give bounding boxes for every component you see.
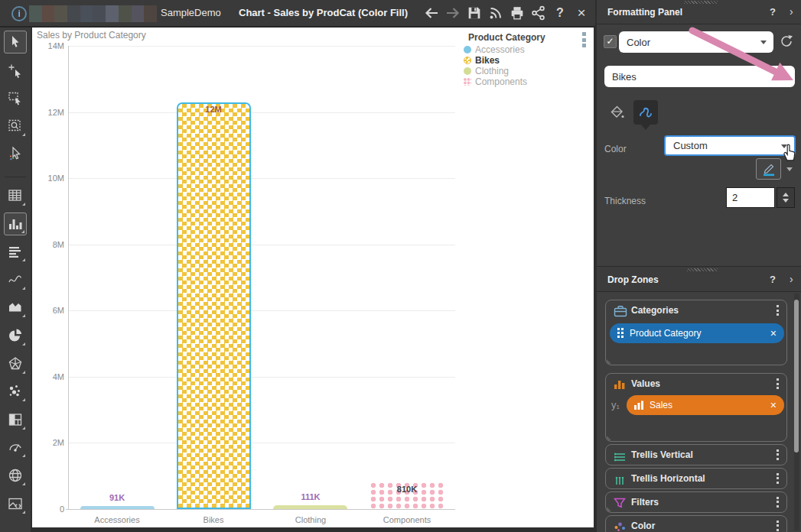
interaction-pointer-tool-icon[interactable] [4,142,27,165]
thickness-input[interactable]: 2 [726,187,775,208]
redacted-block [119,5,132,22]
chevron-down-icon [760,41,767,44]
tab-pointer-icon [641,125,650,130]
pill-product-category[interactable]: Product Category × [610,323,784,343]
drop-zone-trellis-vertical[interactable]: Trellis Vertical [605,444,787,466]
scatter-chart-visual-icon[interactable] [4,380,27,403]
help-icon[interactable]: ? [770,0,776,24]
y-tick-label: 14M [34,41,64,50]
pointer-tool-icon[interactable] [4,31,27,54]
share-icon[interactable] [528,2,549,24]
line-chart-visual-icon[interactable] [4,268,27,291]
collapse-panel-icon[interactable]: › [790,0,793,24]
forward-icon[interactable] [442,2,464,24]
add-element-tool-icon[interactable] [4,59,27,82]
redacted-logo [29,5,157,22]
help-icon[interactable]: ? [770,267,776,293]
reset-icon[interactable] [779,34,794,52]
y-axis-slot-label: y₁ [611,399,620,410]
map-visual-icon[interactable] [4,464,27,487]
zone-menu-icon[interactable] [777,449,779,460]
document-title: Chart - Sales by ProdCat (Color Fill) [239,0,408,26]
info-icon[interactable]: i [11,6,27,21]
collapse-panel-icon[interactable]: › [790,267,793,292]
zone-corner-mark [607,507,611,511]
help-icon[interactable]: ? [549,2,571,24]
chart-menu-icon[interactable] [582,32,586,47]
zone-menu-icon[interactable] [777,497,779,508]
formatting-panel-header: Formatting Panel ? › [597,0,801,24]
fill-tab[interactable] [606,102,629,123]
grid-line [69,443,455,443]
legend-item-clothing[interactable]: Clothing [464,66,592,76]
drop-zone-values[interactable]: Values y₁ Sales × [605,373,787,442]
stepper-down-icon[interactable] [783,199,789,203]
x-tick-label: Clothing [265,515,357,524]
toolbar-divider [5,177,26,177]
legend-item-bikes[interactable]: Bikes [464,55,592,66]
remove-icon[interactable]: × [770,395,777,415]
close-icon[interactable]: × [571,2,592,24]
legend-item-accessories[interactable]: Accessories [464,44,592,55]
table-visual-icon[interactable] [4,184,27,207]
grid-line [69,310,455,311]
rectangle-select-tool-icon[interactable] [4,86,27,109]
drag-handle-icon[interactable] [687,268,718,271]
redacted-block [29,5,42,22]
gauge-visual-icon[interactable] [4,436,27,459]
print-icon[interactable] [506,2,528,24]
bikes-swatch-icon [464,57,471,64]
save-icon[interactable] [464,2,485,24]
remove-icon[interactable]: × [770,323,777,343]
pill-sales[interactable]: Sales × [627,395,784,415]
radar-chart-visual-icon[interactable] [4,352,27,375]
formatting-panel: Formatting Panel ? › ✓ Color Bikes Color… [597,0,801,532]
color-picker-button[interactable] [756,158,781,180]
bar-accessories[interactable] [80,506,155,509]
thickness-stepper[interactable] [777,187,795,208]
chart-legend: Product Category Accessories Bikes Cloth… [457,31,592,87]
pie-chart-visual-icon[interactable] [4,324,27,347]
legend-item-components[interactable]: Components [464,76,592,87]
chevron-down-icon [782,75,788,79]
redacted-block [80,5,93,22]
redacted-block [93,5,106,22]
zone-menu-icon[interactable] [777,521,779,531]
area-chart-visual-icon[interactable] [4,296,27,319]
property-checkbox[interactable]: ✓ [604,35,617,48]
drop-zone-trellis-horizontal[interactable]: Trellis Horizontal [605,468,787,489]
redacted-block [132,5,145,22]
zone-menu-icon[interactable] [777,473,779,484]
back-icon[interactable] [421,2,442,24]
property-select[interactable]: Color [619,31,773,53]
line-style-icon [637,104,654,121]
bar-clothing[interactable] [273,505,347,509]
drop-zone-filters[interactable]: Filters [605,491,787,513]
feed-icon[interactable] [485,2,506,24]
y-tick-label: 8M [34,240,64,249]
scrollbar-thumb[interactable] [794,300,799,453]
chart-canvas[interactable]: Sales by Product Category 02M4M6M8M10M12… [32,28,594,527]
x-tick-label: Accessories [71,515,163,524]
text-visual-icon[interactable] [4,240,27,263]
treemap-visual-icon[interactable] [4,408,27,431]
embed-visual-icon[interactable] [4,492,27,515]
line-tab[interactable] [633,100,658,125]
zoom-region-tool-icon[interactable] [4,115,27,138]
redacted-block [67,5,80,22]
bar-chart-visual-icon[interactable] [4,212,27,235]
drag-handle-icon[interactable] [684,1,718,4]
drop-zone-categories[interactable]: Categories Product Category × [605,300,787,365]
zone-corner-mark [607,436,611,440]
clothing-swatch-icon [464,67,471,75]
picker-dropdown-icon[interactable] [786,167,793,171]
drop-zone-color[interactable]: Color [605,515,787,532]
stepper-up-icon[interactable] [783,193,789,196]
zone-menu-icon[interactable] [777,305,779,316]
element-select[interactable]: Bikes [604,66,795,87]
zone-menu-icon[interactable] [777,378,779,389]
bar-bikes[interactable] [177,102,251,509]
project-name: SampleDemo [161,0,221,26]
formatting-panel-title: Formatting Panel [607,0,682,24]
color-select[interactable]: Custom [664,135,796,156]
